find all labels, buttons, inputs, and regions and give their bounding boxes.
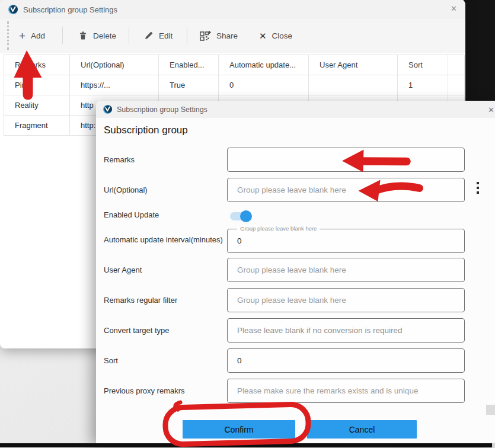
table-cell[interactable]: 1 — [398, 75, 448, 95]
url-input[interactable] — [227, 178, 465, 202]
share-button-label: Share — [216, 31, 238, 40]
dialog-close-icon[interactable]: ✕ — [488, 106, 494, 114]
dialog-heading: Subscription group — [104, 124, 188, 136]
previous-proxy-remarks-label: Previous proxy remakrs — [104, 386, 185, 395]
v2rayn-app-icon — [103, 105, 112, 114]
user-agent-input[interactable] — [227, 258, 465, 282]
toolbar-separator — [187, 27, 187, 44]
x-icon: ✕ — [259, 31, 267, 40]
table-cell[interactable]: Piroz — [4, 75, 70, 95]
close-toolbar-button[interactable]: ✕ Close — [259, 27, 292, 44]
cancel-button[interactable]: Cancel — [307, 420, 417, 439]
table-cell[interactable] — [309, 75, 398, 95]
window-titlebar[interactable]: Subscription group Settings ✕ — [0, 0, 465, 19]
auto-update-interval-label: Automatic update interval(minutes) — [104, 235, 223, 244]
scrollbar-thumb[interactable] — [486, 405, 495, 415]
add-button-label: Add — [31, 31, 45, 40]
toolbar-drag-handle[interactable] — [7, 21, 9, 50]
plus-icon: + — [19, 30, 25, 41]
remarks-label: Remarks — [104, 155, 135, 164]
column-header-enabled[interactable]: Enabled... — [159, 55, 219, 75]
enabled-update-toggle[interactable] — [230, 212, 250, 220]
delete-button[interactable]: Delete — [78, 27, 116, 44]
sort-label: Sort — [104, 356, 118, 365]
dialog-title: Subscription group Settings — [117, 105, 207, 114]
column-header-user-agent[interactable]: User Agent — [309, 55, 398, 75]
column-header-auto-update[interactable]: Automatic update... — [219, 55, 309, 75]
qr-share-icon — [200, 31, 211, 41]
convert-target-placeholder: Please leave blank if no conversion is r… — [237, 326, 402, 335]
convert-target-select[interactable]: Please leave blank if no conversion is r… — [227, 318, 465, 343]
column-header-remarks[interactable]: Remarks — [4, 55, 70, 75]
trash-icon — [78, 31, 88, 40]
desktop-black-strip-bottom — [0, 443, 492, 447]
toolbar: + Add Delete Edit — [0, 19, 465, 53]
previous-proxy-remarks-input[interactable] — [227, 379, 465, 403]
dialog-titlebar[interactable]: Subscription group Settings ✕ — [96, 101, 495, 118]
table-cell[interactable]: 0 — [219, 75, 309, 95]
column-header-extra — [448, 55, 465, 75]
toolbar-separator — [62, 27, 63, 44]
subscription-group-dialog: Subscription group Settings ✕ Subscripti… — [96, 101, 495, 443]
v2rayn-app-icon — [8, 5, 18, 14]
edit-button-label: Edit — [159, 31, 173, 40]
table-cell[interactable]: Reality — [4, 95, 70, 116]
enabled-update-label: Enabled Update — [104, 210, 159, 219]
toggle-thumb — [240, 210, 252, 222]
auto-update-interval-input[interactable] — [227, 229, 465, 253]
remarks-filter-input[interactable] — [227, 288, 465, 312]
table-cell[interactable]: True — [159, 75, 219, 95]
column-header-sort[interactable]: Sort — [398, 55, 448, 75]
sort-input[interactable] — [227, 348, 465, 373]
kebab-menu-icon[interactable] — [475, 181, 481, 196]
url-label: Url(Optional) — [104, 185, 148, 194]
toolbar-separator — [129, 27, 129, 44]
add-button[interactable]: + Add — [19, 27, 45, 44]
window-title: Subscription group Settings — [23, 5, 117, 14]
convert-target-label: Convert target type — [104, 326, 170, 335]
column-header-url[interactable]: Url(Optional) — [70, 55, 159, 75]
delete-button-label: Delete — [93, 31, 116, 40]
user-agent-label: User Agent — [104, 265, 142, 274]
pencil-icon — [144, 31, 154, 40]
table-cell[interactable]: Fragment — [4, 116, 70, 136]
table-cell — [448, 75, 465, 95]
auto-update-float-label: Group please leave blank here — [237, 225, 320, 232]
window-close-icon[interactable]: ✕ — [451, 5, 457, 12]
remarks-input[interactable] — [227, 148, 465, 172]
remarks-filter-label: Remarks regular filter — [104, 296, 177, 305]
desktop-black-strip-right — [464, 0, 495, 104]
table-cell[interactable]: https://... — [70, 75, 159, 95]
share-button[interactable]: Share — [200, 27, 238, 44]
confirm-button[interactable]: Confirm — [183, 420, 295, 439]
edit-button[interactable]: Edit — [144, 27, 173, 44]
close-button-label: Close — [272, 31, 293, 40]
